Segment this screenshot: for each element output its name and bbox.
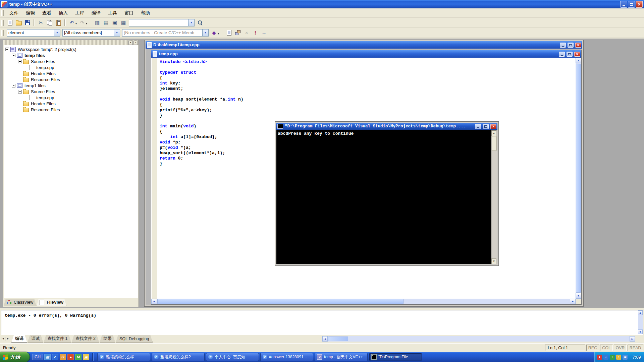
scroll-up-icon[interactable]: ▲ (491, 130, 496, 136)
output-tab[interactable]: SQL Debugging (116, 335, 153, 343)
menu-item-8[interactable]: 帮助 (137, 9, 154, 17)
menu-item-5[interactable]: 编译 (88, 9, 104, 17)
tree-item[interactable]: temp.cpp (5, 64, 138, 70)
show-desktop-icon[interactable]: ▦ (44, 354, 51, 360)
menu-item-0[interactable]: 文件 (6, 9, 22, 17)
menu-item-2[interactable]: 查看 (39, 9, 55, 17)
scroll-down-icon[interactable]: ▼ (491, 258, 496, 264)
msn-messenger-icon[interactable]: M (75, 354, 82, 360)
tree-item[interactable]: temp files (5, 52, 138, 58)
tree-item[interactable]: temp1 files (5, 82, 138, 88)
scrollbar-thumb[interactable] (492, 136, 497, 151)
minimize-button[interactable] (559, 52, 565, 57)
new-file-icon[interactable] (6, 19, 14, 26)
output-tab[interactable]: 结果 (100, 335, 115, 343)
wizard-action-icon[interactable]: ◆ (210, 29, 218, 37)
tree-item[interactable]: temp.cpp (5, 95, 138, 101)
scroll-left-icon[interactable]: ◄ (151, 299, 157, 304)
scrollbar-thumb[interactable] (328, 337, 348, 341)
restore-button[interactable] (628, 1, 635, 8)
language-indicator[interactable]: CH (32, 354, 43, 360)
menu-item-6[interactable]: 工具 (104, 9, 121, 17)
scroll-left-icon[interactable]: ◄ (322, 336, 328, 342)
pin-icon[interactable]: ▾ (128, 41, 133, 45)
close-button[interactable]: × (575, 43, 581, 48)
chevron-down-icon[interactable]: ▼ (54, 29, 60, 36)
maximize-button[interactable] (567, 52, 573, 57)
build-output[interactable]: temp.exe - 0 error(s), 0 warning(s) (1, 310, 643, 335)
tree-item[interactable]: Source Files (5, 88, 138, 95)
scroll-up-icon[interactable]: ▲ (576, 58, 581, 63)
undo-icon[interactable]: ↶ (68, 19, 76, 26)
start-button[interactable]: 开始 (0, 352, 30, 362)
task-button[interactable]: e雅培奶粉怎么样?_... (152, 353, 205, 361)
outlook-icon[interactable]: O (60, 354, 66, 360)
document-window-titlebar[interactable]: D:\bak\temp1\temp.cpp × (146, 41, 582, 49)
window-list-icon[interactable]: ▣ (111, 19, 119, 26)
scroll-right-icon[interactable]: ► (570, 299, 576, 304)
task-button[interactable]: Vtemp - 创天中文VC++ (315, 353, 368, 361)
save-icon[interactable] (23, 19, 32, 26)
chevron-down-icon[interactable]: ▼ (114, 29, 120, 36)
actions-combo[interactable]: (No members - Create C/C++ Memb▼ (122, 29, 209, 37)
output-tab[interactable]: 查找文件 2 (71, 335, 99, 343)
tree-item[interactable]: Header Files (5, 101, 138, 107)
media-player-icon[interactable]: ▸ (67, 354, 74, 360)
editor-vertical-scrollbar[interactable]: ▲ ▼ (576, 58, 581, 299)
volume-icon[interactable]: ♪ (603, 355, 608, 360)
tab-classview[interactable]: ClassView (4, 299, 36, 306)
my-documents-icon[interactable]: ▣ (83, 354, 89, 360)
scroll-right-icon[interactable]: ► (630, 336, 635, 342)
task-button[interactable]: e雅培奶粉怎么样_... (97, 353, 150, 361)
chevron-down-icon[interactable]: ▾ (218, 32, 219, 35)
update-icon[interactable]: ! (616, 355, 621, 360)
console-vertical-scrollbar[interactable]: ▲ ▼ (491, 130, 497, 264)
class-combo[interactable]: element▼ (7, 29, 60, 37)
menu-item-4[interactable]: 工程 (71, 9, 88, 17)
menu-item-7[interactable]: 窗口 (121, 9, 137, 17)
minimize-button[interactable] (620, 1, 627, 8)
members-combo[interactable]: [All class members]▼ (62, 29, 120, 37)
ie-icon[interactable]: e (52, 354, 58, 360)
compile-icon[interactable] (225, 29, 233, 37)
stop-build-icon[interactable]: × (243, 29, 251, 37)
find-in-files-icon[interactable]: ▦ (119, 19, 127, 26)
editor-horizontal-scrollbar[interactable]: ◄ ► (151, 299, 576, 304)
toolbar-grip[interactable] (1, 10, 4, 16)
scrollbar-thumb[interactable] (576, 64, 581, 293)
minimize-button[interactable] (560, 43, 566, 48)
output-vertical-scrollbar[interactable]: ▲ ▼ (638, 310, 643, 334)
chevron-down-icon[interactable]: ▾ (75, 22, 77, 25)
output-tab[interactable]: 编译 (11, 335, 27, 343)
task-button[interactable]: e#answer-13828091... (260, 353, 313, 361)
maximize-button[interactable] (483, 124, 489, 129)
cut-icon[interactable]: ✂ (37, 19, 45, 26)
close-button[interactable]: × (574, 52, 580, 57)
task-button[interactable]: "D:\Program File... (369, 353, 422, 361)
close-panel-icon[interactable]: × (133, 41, 138, 45)
panel-grip[interactable]: ▾ × (3, 40, 139, 45)
chevron-down-icon[interactable]: ▼ (202, 29, 208, 36)
antivirus-icon[interactable]: ● (597, 355, 602, 360)
close-button[interactable]: × (636, 1, 643, 8)
toolbar-grip[interactable] (1, 20, 4, 26)
copy-icon[interactable] (46, 19, 54, 26)
toolbar-grip[interactable] (1, 30, 4, 36)
execute-icon[interactable]: ! (251, 29, 259, 37)
console-titlebar[interactable]: "D:\Program Files\Microsoft Visual Studi… (276, 123, 497, 130)
editor-window-titlebar[interactable]: temp.cpp × (151, 50, 581, 58)
scrollbar-thumb[interactable] (157, 299, 404, 304)
tab-scroll-left-icon[interactable]: ◄ (1, 337, 5, 341)
go-icon[interactable]: → (260, 29, 268, 37)
build-icon[interactable] (234, 29, 242, 37)
scroll-up-icon[interactable]: ▲ (638, 310, 643, 315)
tree-item[interactable]: Resource Files (5, 107, 138, 113)
collapse-icon[interactable] (12, 84, 15, 87)
workspace-toggle-icon[interactable]: ▥ (93, 19, 101, 26)
output-tab[interactable]: 调试 (28, 335, 43, 343)
minimize-button[interactable] (475, 124, 481, 129)
paste-icon[interactable] (54, 19, 62, 26)
safety-shield-icon[interactable]: + (610, 355, 615, 360)
scroll-down-icon[interactable]: ▼ (638, 329, 643, 334)
collapse-icon[interactable] (5, 48, 9, 51)
